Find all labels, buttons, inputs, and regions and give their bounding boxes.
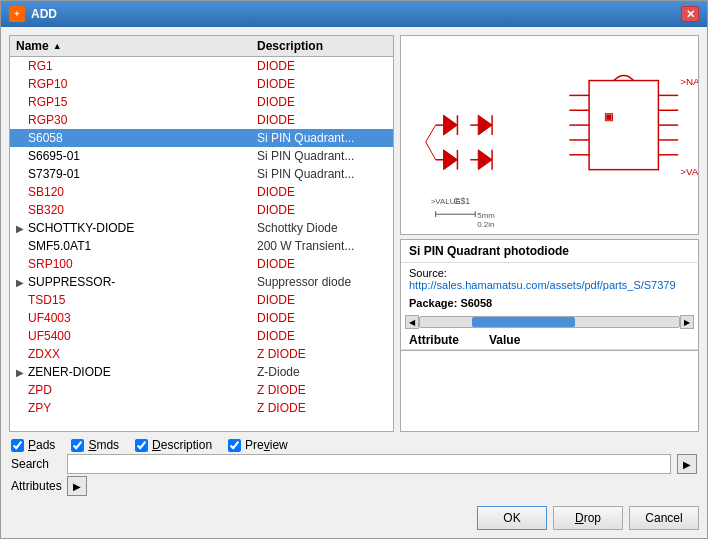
expand-arrow-icon: ▶ bbox=[16, 367, 28, 378]
list-item[interactable]: SB320DIODE bbox=[10, 201, 393, 219]
drop-button[interactable]: Drop bbox=[553, 506, 623, 530]
list-item[interactable]: ZDXXZ DIODE bbox=[10, 345, 393, 363]
list-item[interactable]: SRP100DIODE bbox=[10, 255, 393, 273]
search-input[interactable] bbox=[67, 454, 671, 474]
list-item[interactable]: RGP15DIODE bbox=[10, 93, 393, 111]
item-name: ZPD bbox=[28, 383, 257, 397]
item-desc: DIODE bbox=[257, 185, 387, 199]
list-item[interactable]: UF5400DIODE bbox=[10, 327, 393, 345]
list-item[interactable]: ▶SUPPRESSOR-Suppressor diode bbox=[10, 273, 393, 291]
item-name: SCHOTTKY-DIODE bbox=[28, 221, 257, 235]
scroll-right-btn[interactable]: ▶ bbox=[680, 315, 694, 329]
search-row: Search ▶ bbox=[9, 454, 699, 474]
attr-table-body bbox=[401, 350, 698, 431]
item-name: ZDXX bbox=[28, 347, 257, 361]
attributes-row: Attributes ▶ bbox=[9, 476, 699, 496]
preview-svg: G$1 >VALUE bbox=[401, 36, 698, 234]
list-item[interactable]: RGP10DIODE bbox=[10, 75, 393, 93]
list-item[interactable]: RGP30DIODE bbox=[10, 111, 393, 129]
item-desc: Si PIN Quadrant... bbox=[257, 149, 387, 163]
smds-checkbox[interactable] bbox=[71, 439, 84, 452]
item-desc: 200 W Transient... bbox=[257, 239, 387, 253]
pads-checkbox-label[interactable]: Pads bbox=[11, 438, 55, 452]
attr-col-value: Value bbox=[489, 333, 690, 347]
smds-checkbox-label[interactable]: Smds bbox=[71, 438, 119, 452]
scroll-thumb bbox=[472, 317, 576, 327]
list-item[interactable]: ▶SCHOTTKY-DIODESchottky Diode bbox=[10, 219, 393, 237]
item-desc: DIODE bbox=[257, 203, 387, 217]
description-checkbox[interactable] bbox=[135, 439, 148, 452]
item-desc: DIODE bbox=[257, 113, 387, 127]
info-scrollbar[interactable]: ◀ ▶ bbox=[401, 313, 698, 331]
item-desc: DIODE bbox=[257, 293, 387, 307]
list-item[interactable]: ZPDZ DIODE bbox=[10, 381, 393, 399]
item-name: RGP30 bbox=[28, 113, 257, 127]
list-item[interactable]: SMF5.0AT1200 W Transient... bbox=[10, 237, 393, 255]
item-name: UF5400 bbox=[28, 329, 257, 343]
search-label: Search bbox=[11, 457, 61, 471]
svg-text:>VALUE: >VALUE bbox=[680, 166, 698, 177]
list-item[interactable]: S6695-01Si PIN Quadrant... bbox=[10, 147, 393, 165]
component-list-scroll[interactable]: RG1DIODERGP10DIODERGP15DIODERGP30DIODES6… bbox=[10, 57, 393, 431]
item-name: SUPPRESSOR- bbox=[28, 275, 257, 289]
title-bar-left: + ADD bbox=[9, 6, 57, 22]
title-bar: + ADD ✕ bbox=[1, 1, 707, 27]
item-name: SMF5.0AT1 bbox=[28, 239, 257, 253]
item-name: S6058 bbox=[28, 131, 257, 145]
expand-arrow-icon: ▶ bbox=[16, 277, 28, 288]
item-desc: DIODE bbox=[257, 95, 387, 109]
svg-text:▣: ▣ bbox=[604, 111, 613, 122]
item-desc: Si PIN Quadrant... bbox=[257, 131, 387, 145]
smds-label: Smds bbox=[88, 438, 119, 452]
info-panel: Si PIN Quadrant photodiode Source: http:… bbox=[400, 239, 699, 432]
pads-checkbox[interactable] bbox=[11, 439, 24, 452]
list-item[interactable]: TSD15DIODE bbox=[10, 291, 393, 309]
item-desc: DIODE bbox=[257, 329, 387, 343]
item-desc: Schottky Diode bbox=[257, 221, 387, 235]
preview-checkbox[interactable] bbox=[228, 439, 241, 452]
ok-button[interactable]: OK bbox=[477, 506, 547, 530]
cancel-button[interactable]: Cancel bbox=[629, 506, 699, 530]
main-area: Name ▲ Description RG1DIODERGP10DIODERGP… bbox=[9, 35, 699, 432]
info-package: Package: S6058 bbox=[401, 295, 698, 313]
list-item[interactable]: ZPYZ DIODE bbox=[10, 399, 393, 417]
item-name: RG1 bbox=[28, 59, 257, 73]
expand-arrow-icon: ▶ bbox=[16, 223, 28, 234]
close-button[interactable]: ✕ bbox=[681, 6, 699, 22]
item-name: ZPY bbox=[28, 401, 257, 415]
attr-table-header: Attribute Value bbox=[401, 331, 698, 350]
list-item[interactable]: UF4003DIODE bbox=[10, 309, 393, 327]
attributes-expand-btn[interactable]: ▶ bbox=[67, 476, 87, 496]
add-dialog: + ADD ✕ Name ▲ Description RG1DIODERGP10… bbox=[0, 0, 708, 539]
preview-checkbox-label[interactable]: Preview bbox=[228, 438, 288, 452]
list-item[interactable]: SB120DIODE bbox=[10, 183, 393, 201]
item-desc: DIODE bbox=[257, 77, 387, 91]
scroll-track[interactable] bbox=[419, 316, 680, 328]
list-item[interactable]: S6058Si PIN Quadrant... bbox=[10, 129, 393, 147]
col-header-desc: Description bbox=[257, 39, 387, 53]
item-desc: Z DIODE bbox=[257, 347, 387, 361]
description-checkbox-label[interactable]: Description bbox=[135, 438, 212, 452]
list-item[interactable]: S7379-01Si PIN Quadrant... bbox=[10, 165, 393, 183]
window-title: ADD bbox=[31, 7, 57, 21]
component-title: Si PIN Quadrant photodiode bbox=[401, 240, 698, 263]
info-source: Source: http://sales.hamamatsu.com/asset… bbox=[401, 263, 698, 295]
item-name: S6695-01 bbox=[28, 149, 257, 163]
list-item[interactable]: RG1DIODE bbox=[10, 57, 393, 75]
item-name: TSD15 bbox=[28, 293, 257, 307]
item-desc: Z DIODE bbox=[257, 383, 387, 397]
item-desc: Si PIN Quadrant... bbox=[257, 167, 387, 181]
checkboxes-row: Pads Smds Description Preview bbox=[9, 438, 699, 452]
search-expand-btn[interactable]: ▶ bbox=[677, 454, 697, 474]
attributes-label: Attributes bbox=[11, 479, 61, 493]
item-desc: Z-Diode bbox=[257, 365, 387, 379]
col-header-name: Name ▲ bbox=[16, 39, 257, 53]
buttons-row: OK Drop Cancel bbox=[9, 502, 699, 530]
item-name: ZENER-DIODE bbox=[28, 365, 257, 379]
list-header: Name ▲ Description bbox=[10, 36, 393, 57]
window-content: Name ▲ Description RG1DIODERGP10DIODERGP… bbox=[1, 27, 707, 538]
description-label: Description bbox=[152, 438, 212, 452]
scroll-left-btn[interactable]: ◀ bbox=[405, 315, 419, 329]
item-desc: Z DIODE bbox=[257, 401, 387, 415]
list-item[interactable]: ▶ZENER-DIODEZ-Diode bbox=[10, 363, 393, 381]
